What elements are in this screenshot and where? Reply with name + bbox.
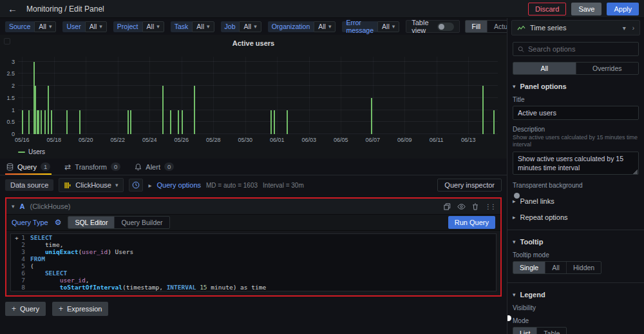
chevron-down-icon: ▾ bbox=[513, 239, 516, 245]
y-axis-tick: 1.5 bbox=[6, 95, 15, 101]
divider bbox=[507, 230, 644, 230]
top-actions: Discard Save Apply bbox=[528, 3, 639, 15]
options-search[interactable] bbox=[513, 42, 639, 56]
code-line: 9 bbox=[11, 291, 496, 291]
tab-alert[interactable]: Alert 0 bbox=[133, 159, 175, 175]
code-line: 7 user_id, bbox=[11, 277, 496, 284]
gridline-h bbox=[18, 73, 498, 74]
filter-value-dropdown[interactable]: All▾ bbox=[314, 21, 336, 32]
line-number: +1 bbox=[11, 234, 30, 241]
resize-grip-icon[interactable] bbox=[633, 170, 638, 174]
collapse-chevron-icon[interactable]: ▾ bbox=[12, 204, 15, 210]
query-history-button[interactable] bbox=[129, 179, 143, 192]
option-fill[interactable]: Fill bbox=[466, 21, 488, 32]
gridline-v bbox=[86, 57, 86, 134]
sql-editor[interactable]: +1SELECT2 time,3 uniqExact(user_id) User… bbox=[10, 233, 497, 291]
option-query-builder[interactable]: Query Builder bbox=[115, 217, 169, 228]
query-card-highlighted: ▾ A (ClickHouse) ⋮⋮ Query Type ⚙ bbox=[5, 197, 502, 297]
tab-transform[interactable]: ⇄ Transform 0 bbox=[63, 159, 122, 175]
option-list[interactable]: List bbox=[513, 328, 537, 334]
option-hidden[interactable]: Hidden bbox=[567, 262, 601, 273]
query-card-header[interactable]: ▾ A (ClickHouse) ⋮⋮ bbox=[6, 199, 500, 214]
filter-value-dropdown[interactable]: All▾ bbox=[34, 21, 56, 32]
section-legend[interactable]: ▾ Legend bbox=[513, 291, 639, 299]
query-type-label[interactable]: Query Type bbox=[12, 219, 48, 226]
discard-button[interactable]: Discard bbox=[528, 3, 566, 15]
section-tooltip[interactable]: ▾ Tooltip bbox=[513, 238, 639, 246]
back-arrow-icon[interactable]: ← bbox=[5, 3, 20, 14]
gridline-v bbox=[277, 57, 278, 134]
code-line: 6 SELECT bbox=[11, 270, 496, 277]
save-button[interactable]: Save bbox=[571, 3, 601, 15]
run-query-button[interactable]: Run Query bbox=[448, 216, 495, 229]
option-table[interactable]: Table bbox=[537, 328, 566, 334]
panel-title-input[interactable] bbox=[513, 106, 639, 120]
sidebar-content: AllOverrides ▾ Panel options Title Descr… bbox=[507, 35, 644, 334]
option-single[interactable]: Single bbox=[513, 262, 545, 273]
max-data-points-info: MD = auto = 1603 bbox=[206, 182, 258, 189]
filter-label[interactable]: Project bbox=[113, 21, 142, 32]
chevron-down-icon: ▾ bbox=[513, 291, 516, 298]
add-query-button[interactable]: + Query bbox=[5, 302, 46, 316]
gear-icon[interactable]: ⚙ bbox=[55, 218, 62, 227]
table-view-toggle-chip[interactable]: Table view bbox=[406, 20, 459, 33]
filter-value-dropdown[interactable]: All▾ bbox=[85, 21, 107, 32]
apply-button[interactable]: Apply bbox=[607, 3, 639, 15]
query-options-link[interactable]: Query options bbox=[157, 181, 201, 189]
query-ref-id: A bbox=[20, 202, 25, 210]
repeat-options-section[interactable]: ▸ Repeat options bbox=[513, 213, 639, 221]
filter-value-dropdown[interactable]: All▾ bbox=[142, 21, 164, 32]
filter-value-dropdown[interactable]: All▾ bbox=[377, 21, 399, 32]
table-view-toggle[interactable] bbox=[437, 23, 454, 31]
filter-label[interactable]: Organization bbox=[268, 21, 314, 32]
legend-swatch bbox=[18, 152, 25, 153]
trash-icon[interactable] bbox=[472, 203, 478, 210]
filter-label[interactable]: Job bbox=[221, 21, 240, 32]
filter-label[interactable]: Source bbox=[5, 21, 34, 32]
option-all[interactable]: All bbox=[545, 262, 567, 273]
bar-users bbox=[270, 110, 272, 135]
add-expression-button[interactable]: + Expression bbox=[52, 302, 108, 316]
gridline-v bbox=[341, 57, 341, 134]
chart-title: Active users bbox=[0, 39, 507, 47]
duplicate-icon[interactable] bbox=[444, 203, 451, 210]
description-hint: Show active users calculated by 15 minut… bbox=[513, 134, 639, 149]
table-view-label: Table view bbox=[412, 19, 433, 34]
drag-handle-icon[interactable]: ⋮⋮ bbox=[485, 203, 495, 210]
section-panel-options[interactable]: ▾ Panel options bbox=[513, 83, 639, 90]
angle-right-icon[interactable]: › bbox=[632, 25, 634, 32]
filter-project: ProjectAll▾ bbox=[113, 21, 164, 32]
datasource-picker[interactable]: ClickHouse ▾ bbox=[59, 178, 124, 192]
filter-label[interactable]: Task bbox=[171, 21, 193, 32]
panel-links-section[interactable]: ▸ Panel links bbox=[513, 197, 639, 205]
option-actual[interactable]: Actual bbox=[488, 21, 508, 32]
bar-users bbox=[48, 86, 49, 134]
filter-label[interactable]: Error message bbox=[342, 21, 377, 32]
legend-item-users[interactable]: Users bbox=[18, 148, 45, 155]
tab-query[interactable]: Query 1 bbox=[5, 159, 52, 175]
query-inspector-button[interactable]: Query inspector bbox=[437, 179, 502, 192]
x-axis-tick: 05/26 bbox=[174, 137, 189, 143]
filter-error-message: Error messageAll▾ bbox=[342, 21, 399, 32]
option-sql-editor[interactable]: SQL Editor bbox=[68, 217, 115, 228]
option-all[interactable]: All bbox=[513, 63, 576, 74]
visualization-picker[interactable]: Time series ▾ › bbox=[511, 20, 640, 35]
bar-users bbox=[274, 110, 275, 135]
filter-value-dropdown[interactable]: All▾ bbox=[192, 21, 214, 32]
option-overrides[interactable]: Overrides bbox=[576, 63, 639, 74]
filter-value-dropdown[interactable]: All▾ bbox=[239, 21, 261, 32]
filter-label[interactable]: User bbox=[62, 21, 84, 32]
bar-users bbox=[66, 110, 68, 135]
query-toolbar: Query Type ⚙ SQL EditorQuery Builder Run… bbox=[6, 214, 500, 231]
chevron-right-icon[interactable]: ▸ bbox=[148, 182, 151, 189]
page-title: Monitoring / Edit Panel bbox=[26, 5, 104, 14]
line-number: 6 bbox=[11, 270, 30, 277]
eye-icon[interactable] bbox=[457, 203, 466, 210]
interval-info: Interval = 30m bbox=[263, 182, 304, 189]
panel-description-textarea[interactable]: Show active users calculated by 15 minut… bbox=[513, 152, 639, 175]
x-axis-tick: 05/28 bbox=[206, 137, 221, 143]
x-axis-tick: 06/05 bbox=[334, 137, 348, 143]
options-search-input[interactable] bbox=[528, 45, 634, 53]
line-number: 5 bbox=[11, 262, 30, 270]
chevron-down-icon[interactable]: ▾ bbox=[623, 25, 626, 32]
